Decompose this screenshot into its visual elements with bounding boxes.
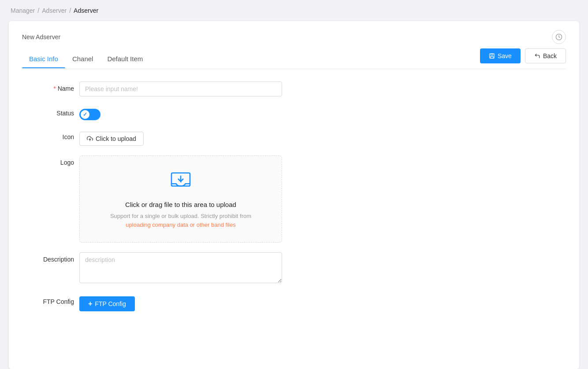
icon-upload-label: Click to upload	[96, 135, 136, 142]
card-header: New Adserver	[22, 30, 566, 44]
breadcrumb-manager[interactable]: Manager	[11, 7, 35, 14]
ftp-plus-icon: +	[88, 300, 92, 308]
toggle-check-icon: ✓	[83, 111, 87, 118]
status-row: Status ✓	[22, 106, 566, 120]
ftp-config-control: + FTP Config	[79, 295, 282, 311]
logo-upload-area[interactable]: Click or drag file to this area to uploa…	[79, 155, 282, 243]
back-label: Back	[543, 52, 557, 59]
tab-chanel[interactable]: Chanel	[65, 50, 100, 68]
ftp-config-button-label: FTP Config	[95, 300, 126, 307]
upload-sub-text: Support for a single or bulk upload. Str…	[89, 212, 273, 229]
basic-info-form: Name Status ✓ Icon	[22, 81, 566, 311]
breadcrumb-adserver-1[interactable]: Adserver	[42, 7, 67, 14]
name-control	[79, 81, 282, 96]
ftp-config-row: FTP Config + FTP Config	[22, 295, 566, 311]
logo-control: Click or drag file to this area to uploa…	[79, 155, 282, 243]
save-label: Save	[498, 52, 512, 59]
breadcrumb-sep-1: /	[37, 7, 39, 14]
icon-control: Click to upload	[79, 130, 282, 146]
logo-label: Logo	[22, 155, 79, 166]
breadcrumb-sep-2: /	[69, 7, 71, 14]
back-button[interactable]: Back	[525, 48, 566, 63]
clock-icon	[555, 33, 562, 41]
name-input[interactable]	[79, 81, 282, 96]
icon-upload-button[interactable]: Click to upload	[79, 132, 144, 146]
upload-main-text: Click or drag file to this area to uploa…	[89, 201, 273, 208]
upload-support-colored: uploading company data or other band fil…	[126, 221, 235, 228]
breadcrumb-current: Adserver	[74, 7, 98, 14]
status-label: Status	[22, 106, 79, 117]
breadcrumb: Manager / Adserver / Adserver	[0, 0, 588, 21]
card-title: New Adserver	[22, 33, 60, 41]
history-button[interactable]	[552, 30, 566, 44]
tab-actions: Save Back	[480, 48, 566, 69]
save-icon	[489, 53, 495, 59]
ftp-config-label: FTP Config	[22, 295, 79, 305]
save-button[interactable]: Save	[480, 48, 521, 63]
description-input[interactable]	[79, 252, 282, 283]
ftp-config-button[interactable]: + FTP Config	[79, 296, 135, 311]
icon-label: Icon	[22, 130, 79, 140]
name-label: Name	[22, 81, 79, 92]
inbox-icon	[168, 169, 193, 194]
upload-support-prefix: Support for a single or bulk upload. Str…	[110, 213, 251, 219]
tabs-container: Basic Info Chanel Default Item Save Back	[22, 48, 566, 69]
name-row: Name	[22, 81, 566, 96]
svg-rect-2	[491, 54, 493, 55]
description-row: Description	[22, 252, 566, 285]
status-control: ✓	[79, 106, 282, 120]
description-label: Description	[22, 252, 79, 263]
svg-rect-3	[490, 56, 493, 58]
logo-row: Logo Click or drag file to this area to …	[22, 155, 566, 243]
status-toggle[interactable]: ✓	[79, 109, 100, 120]
tab-default-item[interactable]: Default Item	[100, 50, 150, 68]
tab-basic-info[interactable]: Basic Info	[22, 50, 65, 68]
icon-row: Icon Click to upload	[22, 130, 566, 146]
main-card: New Adserver Basic Info Chanel Default I…	[9, 21, 579, 369]
upload-icon	[87, 136, 93, 142]
description-control	[79, 252, 282, 285]
back-icon	[534, 53, 540, 59]
